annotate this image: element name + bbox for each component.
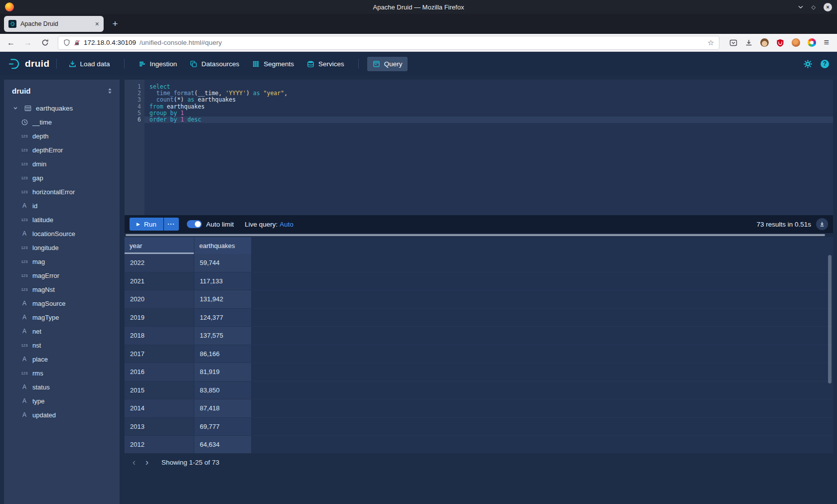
column-item-depthError[interactable]: 123depthError: [4, 143, 120, 157]
live-query-value[interactable]: Auto: [279, 221, 293, 228]
hscroll-thumb[interactable]: [126, 234, 825, 236]
column-name: magType: [32, 314, 59, 321]
column-item-rms[interactable]: 123rms: [4, 366, 120, 380]
nav-services[interactable]: Services: [301, 57, 350, 71]
menu-button[interactable]: ≡: [824, 37, 829, 48]
datasource-item-earthquakes[interactable]: earthquakes: [4, 101, 120, 115]
horizontal-scrollbar[interactable]: [125, 233, 833, 237]
cell-earthquakes[interactable]: 124,377: [194, 309, 252, 327]
cell-year[interactable]: 2018: [125, 327, 194, 345]
profile-avatar-icon[interactable]: [792, 38, 800, 47]
column-item-__time[interactable]: __time: [4, 115, 120, 129]
cell-year[interactable]: 2015: [125, 381, 194, 400]
cell-earthquakes[interactable]: 137,575: [194, 327, 252, 345]
cell-earthquakes[interactable]: 81,919: [194, 363, 252, 381]
column-name: locationSource: [32, 230, 75, 238]
browser-tab[interactable]: Apache Druid ×: [4, 16, 104, 32]
nav-load-data[interactable]: Load data: [63, 57, 116, 71]
reload-button[interactable]: [38, 36, 52, 50]
column-tree: __time123depth123depthError123dmin123gap…: [4, 115, 120, 422]
back-button[interactable]: ←: [4, 36, 18, 50]
column-item-latitude[interactable]: 123latitude: [4, 213, 120, 227]
column-item-type[interactable]: Atype: [4, 394, 120, 408]
cell-earthquakes[interactable]: 117,133: [194, 272, 252, 291]
nav-datasources[interactable]: Datasources: [184, 57, 245, 71]
cell-earthquakes[interactable]: 131,942: [194, 290, 252, 309]
auto-limit-toggle[interactable]: [187, 220, 202, 228]
cell-year[interactable]: 2022: [125, 254, 194, 272]
column-item-dmin[interactable]: 123dmin: [4, 157, 120, 171]
run-button[interactable]: ▶ Run: [130, 218, 163, 231]
column-item-net[interactable]: Anet: [4, 324, 120, 338]
column-item-magNst[interactable]: 123magNst: [4, 282, 120, 296]
column-item-magError[interactable]: 123magError: [4, 268, 120, 282]
forward-button[interactable]: →: [21, 36, 35, 50]
cell-year[interactable]: 2019: [125, 309, 194, 327]
column-item-gap[interactable]: 123gap: [4, 171, 120, 185]
column-item-mag[interactable]: 123mag: [4, 254, 120, 268]
column-item-horizontalError[interactable]: 123horizontalError: [4, 185, 120, 199]
prev-page-button[interactable]: ‹: [128, 456, 140, 469]
column-header-earthquakes[interactable]: earthquakes: [194, 237, 252, 254]
column-item-status[interactable]: Astatus: [4, 380, 120, 394]
cell-earthquakes[interactable]: 87,418: [194, 399, 252, 418]
column-item-locationSource[interactable]: AlocationSource: [4, 227, 120, 241]
header-divider: [124, 59, 125, 69]
column-item-updated[interactable]: Aupdated: [4, 408, 120, 422]
column-item-place[interactable]: Aplace: [4, 352, 120, 366]
row-filler: [252, 309, 833, 327]
nav-query[interactable]: Query: [367, 57, 408, 71]
extension-pinwheel-icon[interactable]: [808, 38, 816, 47]
cell-year[interactable]: 2012: [125, 436, 194, 453]
cell-year[interactable]: 2017: [125, 345, 194, 364]
column-item-magType[interactable]: AmagType: [4, 310, 120, 324]
cell-earthquakes[interactable]: 64,634: [194, 436, 252, 453]
cell-year[interactable]: 2013: [125, 418, 194, 436]
maximize-button[interactable]: ◇: [812, 4, 816, 10]
download-results-button[interactable]: [816, 218, 828, 230]
nav-ingestion[interactable]: Ingestion: [133, 57, 183, 71]
datasources-icon: [190, 60, 197, 68]
cell-year[interactable]: 2021: [125, 272, 194, 291]
settings-gear-icon[interactable]: [803, 59, 813, 69]
sort-columns-icon[interactable]: [107, 88, 113, 94]
line-number: 4: [125, 104, 141, 110]
results-table: year earthquakes 202259,7442021117,13320…: [125, 237, 833, 453]
cell-earthquakes[interactable]: 59,744: [194, 254, 252, 272]
cell-earthquakes[interactable]: 83,850: [194, 381, 252, 400]
url-bar[interactable]: 172.18.0.4:30109/unified-console.html#qu…: [58, 36, 719, 50]
tracking-shield-icon[interactable]: [63, 39, 70, 46]
druid-logo[interactable]: druid: [8, 58, 50, 70]
downloads-icon[interactable]: [745, 39, 753, 47]
next-page-button[interactable]: ›: [140, 456, 153, 469]
tab-close-button[interactable]: ×: [95, 20, 99, 27]
run-more-button[interactable]: ···: [164, 218, 179, 231]
pocket-icon[interactable]: [729, 39, 737, 47]
insecure-lock-icon[interactable]: [74, 39, 80, 46]
ublock-icon[interactable]: [776, 39, 784, 47]
cell-earthquakes[interactable]: 86,166: [194, 345, 252, 364]
column-item-magSource[interactable]: AmagSource: [4, 296, 120, 310]
minimize-button[interactable]: [798, 5, 804, 9]
nav-segments[interactable]: Segments: [247, 57, 299, 71]
cell-year[interactable]: 2014: [125, 399, 194, 418]
column-item-nst[interactable]: 123nst: [4, 338, 120, 352]
cell-year[interactable]: 2016: [125, 363, 194, 381]
column-item-longitude[interactable]: 123longitude: [4, 241, 120, 254]
column-name: updated: [32, 411, 56, 419]
sql-editor[interactable]: 123456 select time_format(__time, 'YYYY'…: [125, 80, 833, 215]
column-name: gap: [32, 174, 43, 182]
column-header-year[interactable]: year: [125, 237, 194, 254]
help-icon[interactable]: ?: [821, 60, 829, 68]
string-glyph: A: [22, 300, 26, 307]
column-item-id[interactable]: Aid: [4, 199, 120, 213]
close-button[interactable]: ×: [824, 3, 832, 11]
new-tab-button[interactable]: +: [108, 16, 123, 31]
column-item-depth[interactable]: 123depth: [4, 129, 120, 143]
cell-earthquakes[interactable]: 69,777: [194, 418, 252, 436]
extension-monkey-icon[interactable]: [760, 38, 769, 47]
bookmark-star-icon[interactable]: ☆: [707, 38, 714, 47]
vertical-scrollbar[interactable]: [828, 255, 832, 383]
numeric-type-icon: 123: [20, 176, 29, 180]
cell-year[interactable]: 2020: [125, 290, 194, 309]
